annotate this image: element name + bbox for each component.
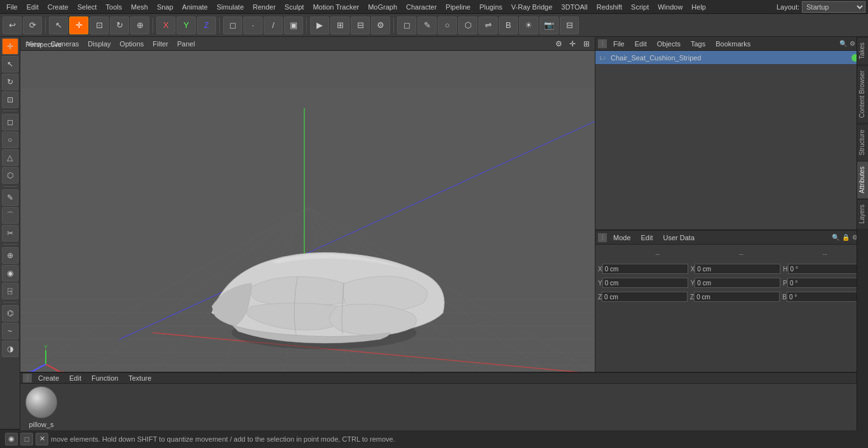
menu-plugins[interactable]: Plugins: [475, 2, 506, 12]
objects-menu-objects[interactable]: Objects: [653, 39, 684, 49]
status-icon-1[interactable]: ◉: [5, 433, 18, 445]
vp-menu-options[interactable]: Options: [116, 39, 147, 49]
attrs-menu-mode[interactable]: Mode: [609, 233, 635, 243]
sidebar-knife-btn[interactable]: ✂: [2, 225, 18, 241]
attr-x-scale[interactable]: [695, 264, 780, 274]
attrs-search-icon[interactable]: 🔍: [832, 234, 839, 241]
sidebar-move-btn[interactable]: ✛: [2, 38, 18, 55]
objects-menu-edit[interactable]: Edit: [631, 39, 651, 49]
attr-x-pos[interactable]: [602, 264, 688, 274]
poly-mode-button[interactable]: ▣: [284, 17, 303, 34]
menu-simulate[interactable]: Simulate: [213, 2, 248, 12]
menu-file[interactable]: File: [3, 2, 22, 12]
mat-menu-function[interactable]: Function: [88, 373, 122, 383]
vp-menu-display[interactable]: Display: [84, 39, 114, 49]
render-button[interactable]: ▶: [310, 17, 329, 34]
undo-button[interactable]: ↩: [3, 17, 22, 34]
attr-z-scale[interactable]: [694, 292, 780, 302]
layout-dropdown[interactable]: Startup: [802, 1, 865, 13]
render-region-button[interactable]: ⊞: [330, 17, 349, 34]
sidebar-rotate-btn[interactable]: ↻: [2, 74, 18, 90]
circle-button[interactable]: ○: [438, 17, 457, 34]
vp-icon-maximize[interactable]: ⊞: [581, 38, 592, 50]
attrs-menu-edit[interactable]: Edit: [637, 233, 657, 243]
tab-takes[interactable]: Takes: [857, 37, 868, 64]
sidebar-twist-btn[interactable]: ⍈: [2, 283, 18, 299]
bsp-button[interactable]: B: [499, 17, 518, 34]
menu-window[interactable]: Window: [654, 2, 686, 12]
objects-menu-tags[interactable]: Tags: [687, 39, 709, 49]
objects-menu-file[interactable]: File: [609, 39, 628, 49]
tab-structure[interactable]: Structure: [857, 124, 868, 161]
mirror-button[interactable]: ⇌: [478, 17, 498, 34]
menu-3dtoall[interactable]: 3DTOAll: [557, 2, 591, 12]
material-item-pillow[interactable]: pillow_s: [25, 386, 57, 428]
transform-tool-button[interactable]: ⊕: [130, 17, 149, 34]
vp-icon-settings[interactable]: ⚙: [553, 38, 564, 50]
axis-z-button[interactable]: Z: [197, 17, 216, 34]
mat-menu-texture[interactable]: Texture: [125, 373, 155, 383]
sidebar-polygon-btn[interactable]: ⬡: [2, 167, 18, 184]
object-row-cushion[interactable]: L○ Chair_Seat_Cushion_Striped: [595, 51, 868, 65]
vp-icon-move[interactable]: ✛: [567, 38, 578, 50]
pen-button[interactable]: ✎: [417, 17, 437, 34]
menu-tools[interactable]: Tools: [102, 2, 126, 12]
objects-settings-icon[interactable]: ⚙: [850, 40, 855, 47]
vp-menu-filter[interactable]: Filter: [149, 39, 172, 49]
sidebar-scale-btn[interactable]: ⊡: [2, 92, 18, 108]
menu-snap[interactable]: Snap: [153, 2, 177, 12]
sidebar-triangle-btn[interactable]: △: [2, 149, 18, 166]
menu-redshift[interactable]: Redshift: [593, 2, 626, 12]
floor-button[interactable]: ⊟: [560, 17, 579, 34]
vp-menu-panel[interactable]: Panel: [173, 39, 199, 49]
menu-animate[interactable]: Animate: [179, 2, 212, 12]
attr-z-pos[interactable]: [602, 292, 688, 302]
menu-motion-tracker[interactable]: Motion Tracker: [309, 2, 363, 12]
redo-button[interactable]: ⟳: [23, 17, 42, 34]
edge-mode-button[interactable]: /: [264, 17, 283, 34]
menu-help[interactable]: Help: [688, 2, 710, 12]
menu-vray[interactable]: V-Ray Bridge: [508, 2, 557, 12]
scale-tool-button[interactable]: ⊡: [90, 17, 109, 34]
select-tool-button[interactable]: ↖: [49, 17, 68, 34]
attr-y-rot[interactable]: [787, 278, 868, 288]
attrs-menu-userdata[interactable]: User Data: [660, 233, 699, 243]
object-mode-button[interactable]: ◻: [223, 17, 242, 34]
sidebar-mask-btn[interactable]: ◑: [2, 341, 18, 357]
viewport[interactable]: View Cameras Display Options Filter Pane…: [20, 37, 595, 396]
sidebar-select-btn[interactable]: ↖: [2, 56, 18, 72]
menu-script[interactable]: Script: [627, 2, 653, 12]
menu-sculpt[interactable]: Sculpt: [281, 2, 308, 12]
move-tool-button[interactable]: ✛: [69, 17, 88, 34]
menu-character[interactable]: Character: [402, 2, 440, 12]
menu-render[interactable]: Render: [249, 2, 280, 12]
sidebar-weld-btn[interactable]: ⊕: [2, 247, 18, 264]
sidebar-smooth-btn[interactable]: ~: [2, 323, 18, 339]
tab-attributes[interactable]: Attributes: [857, 161, 868, 198]
rotate-tool-button[interactable]: ↻: [110, 17, 129, 34]
mat-menu-edit[interactable]: Edit: [65, 373, 85, 383]
tab-layers[interactable]: Layers: [857, 199, 868, 229]
menu-mograph[interactable]: MoGraph: [364, 2, 401, 12]
render-view-button[interactable]: ⊟: [351, 17, 370, 34]
cube-button[interactable]: ◻: [397, 17, 416, 34]
sidebar-box-btn[interactable]: ◻: [2, 114, 18, 130]
menu-create[interactable]: Create: [44, 2, 72, 12]
objects-menu-bookmarks[interactable]: Bookmarks: [712, 39, 754, 49]
menu-select[interactable]: Select: [74, 2, 101, 12]
sidebar-arc-btn[interactable]: ⌒: [2, 207, 18, 224]
menu-mesh[interactable]: Mesh: [127, 2, 152, 12]
axis-x-button[interactable]: X: [156, 17, 175, 34]
tab-content-browser[interactable]: Content Browser: [857, 65, 868, 123]
search-icon[interactable]: 🔍: [839, 40, 847, 47]
material-thumbnail[interactable]: [25, 386, 57, 418]
light-button[interactable]: ☀: [519, 17, 538, 34]
attr-z-rot[interactable]: [787, 292, 868, 302]
menu-edit[interactable]: Edit: [23, 2, 43, 12]
sidebar-ellipse-btn[interactable]: ○: [2, 132, 18, 148]
status-icon-2[interactable]: □: [20, 433, 33, 445]
render-settings-button[interactable]: ⚙: [371, 17, 390, 34]
attrs-lock-icon[interactable]: 🔒: [842, 234, 850, 241]
polygon-button[interactable]: ⬡: [458, 17, 477, 34]
camera-button[interactable]: 📷: [539, 17, 559, 34]
